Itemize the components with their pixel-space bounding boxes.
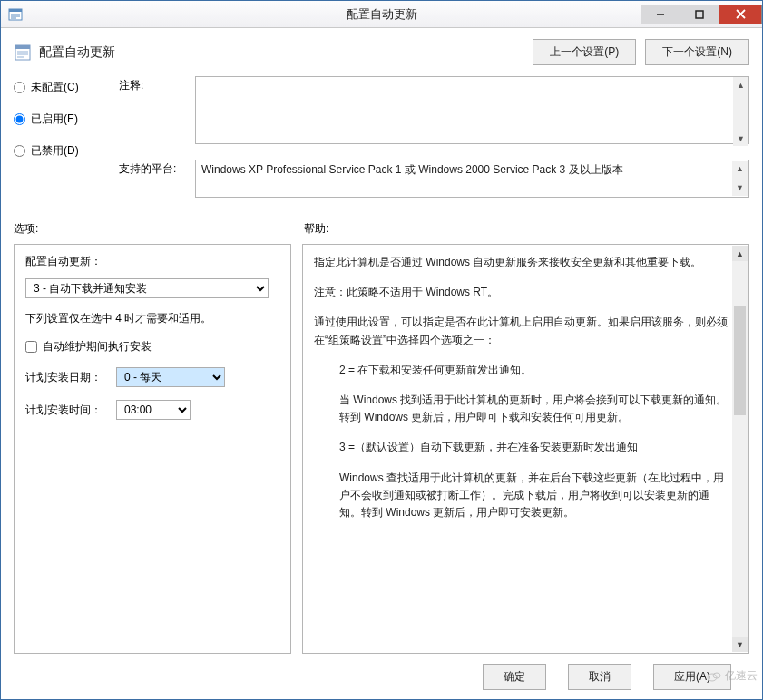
schedule-time-select[interactable]: 03:00 [116, 400, 191, 420]
maintenance-checkbox-row[interactable]: 自动维护期间执行安装 [25, 339, 279, 355]
policy-page-icon [14, 44, 32, 62]
help-paragraph: Windows 查找适用于此计算机的更新，并在后台下载这些更新（在此过程中，用户… [314, 470, 729, 522]
scrollbar[interactable]: ▲ ▼ [733, 77, 748, 146]
config-update-label: 配置自动更新： [25, 254, 279, 269]
help-paragraph: 指定此计算机是否通过 Windows 自动更新服务来接收安全更新和其他重要下载。 [314, 254, 729, 271]
minimize-button[interactable] [641, 5, 680, 24]
help-paragraph: 通过使用此设置，可以指定是否在此计算机上启用自动更新。如果启用该服务，则必须在“… [314, 314, 729, 348]
schedule-date-select[interactable]: 0 - 每天 [116, 367, 225, 387]
next-setting-button[interactable]: 下一个设置(N) [645, 39, 749, 65]
state-radio-group: 未配置(C) 已启用(E) 已禁用(D) [14, 76, 113, 210]
svg-rect-10 [17, 56, 24, 58]
prev-setting-button[interactable]: 上一个设置(P) [533, 39, 636, 65]
help-paragraph: 2 = 在下载和安装任何更新前发出通知。 [314, 362, 729, 379]
svg-rect-8 [17, 51, 28, 53]
help-panel: 指定此计算机是否通过 Windows 自动更新服务来接收安全更新和其他重要下载。… [302, 244, 749, 654]
radio-label: 未配置(C) [31, 80, 79, 95]
supported-platform-box: Windows XP Professional Service Pack 1 或… [195, 160, 749, 198]
apply-button[interactable]: 应用(A) [653, 664, 731, 690]
options-panel: 配置自动更新： 3 - 自动下载并通知安装 下列设置仅在选中 4 时才需要和适用… [14, 244, 291, 654]
config-update-select[interactable]: 3 - 自动下载并通知安装 [25, 278, 269, 298]
page-title: 配置自动更新 [39, 44, 115, 61]
svg-rect-3 [696, 11, 703, 18]
scroll-up-icon[interactable]: ▲ [732, 246, 748, 261]
scroll-up-icon[interactable]: ▲ [732, 161, 748, 177]
scroll-down-icon[interactable]: ▼ [732, 637, 748, 652]
comment-textarea[interactable] [195, 76, 749, 144]
help-paragraph: 当 Windows 找到适用于此计算机的更新时，用户将会接到可以下载更新的通知。… [314, 392, 729, 426]
window-controls [641, 5, 762, 24]
ok-button[interactable]: 确定 [483, 664, 546, 690]
policy-editor-window: 配置自动更新 配置自动更新 上一个设置(P) 下一个设置(N) 未配置(C) [0, 0, 763, 700]
options-section-label: 选项: [14, 221, 304, 237]
close-button[interactable] [719, 5, 762, 24]
svg-rect-9 [17, 53, 28, 55]
radio-enabled-input[interactable] [14, 113, 25, 125]
radio-disabled-input[interactable] [14, 145, 25, 157]
scroll-down-icon[interactable]: ▼ [732, 180, 748, 196]
scroll-down-icon[interactable]: ▼ [733, 131, 748, 146]
schedule-date-label: 计划安装日期： [25, 370, 116, 385]
dialog-footer: 确定 取消 应用(A) [14, 654, 749, 699]
checkbox-label: 自动维护期间执行安装 [43, 339, 152, 355]
header-row: 配置自动更新 上一个设置(P) 下一个设置(N) [14, 39, 749, 65]
help-scrollbar[interactable]: ▲ ▼ [732, 246, 748, 652]
titlebar: 配置自动更新 [1, 1, 762, 28]
radio-label: 已禁用(D) [31, 143, 79, 159]
svg-rect-1 [9, 9, 22, 12]
help-paragraph: 注意：此策略不适用于 Windows RT。 [314, 284, 729, 301]
platform-label: 支持的平台: [113, 160, 195, 177]
help-paragraph: 3 =（默认设置）自动下载更新，并在准备安装更新时发出通知 [314, 439, 729, 456]
radio-enabled[interactable]: 已启用(E) [14, 112, 113, 127]
scrollbar[interactable]: ▲ ▼ [732, 161, 748, 196]
maximize-button[interactable] [680, 5, 719, 24]
help-section-label: 帮助: [304, 221, 328, 237]
cancel-button[interactable]: 取消 [568, 664, 631, 690]
radio-not-configured-input[interactable] [14, 82, 25, 93]
window-icon [8, 7, 23, 22]
schedule-time-label: 计划安装时间： [25, 403, 116, 418]
scrollbar-thumb[interactable] [734, 306, 746, 415]
maintenance-checkbox[interactable] [25, 341, 37, 353]
radio-not-configured[interactable]: 未配置(C) [14, 80, 113, 95]
svg-rect-7 [15, 45, 30, 49]
option-note: 下列设置仅在选中 4 时才需要和适用。 [25, 311, 279, 326]
radio-disabled[interactable]: 已禁用(D) [14, 143, 113, 159]
radio-label: 已启用(E) [31, 112, 78, 127]
platform-value: Windows XP Professional Service Pack 1 或… [201, 163, 623, 176]
comment-label: 注释: [113, 76, 195, 93]
scroll-up-icon[interactable]: ▲ [733, 77, 748, 92]
